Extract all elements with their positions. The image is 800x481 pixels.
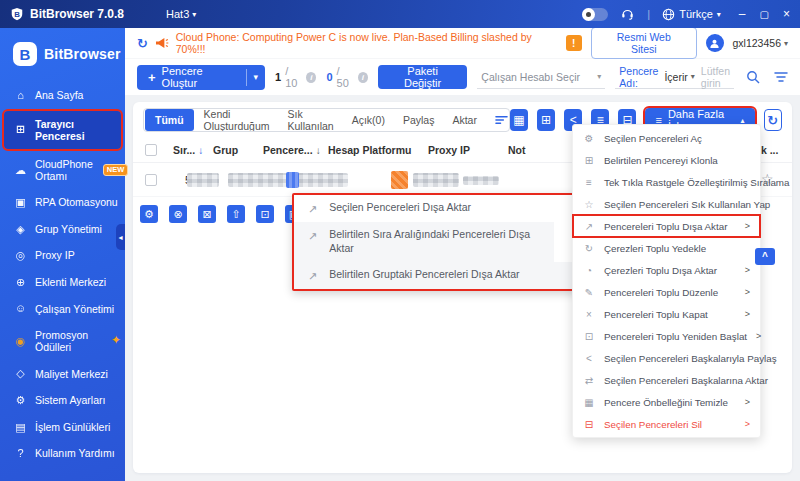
menu-item-label: Seçilen Pencereleri Dışa Aktar xyxy=(329,201,471,215)
sidebar-item-rpa[interactable]: ▣ RPA Otomasyonu xyxy=(0,189,125,216)
filter-icon[interactable] xyxy=(774,71,788,83)
menu-item-random-sort[interactable]: ≡ Tek Tıkla Rastgele Özelleştirilmiş Sır… xyxy=(573,171,760,193)
minimize-button[interactable]: – xyxy=(739,7,746,21)
window-name-input[interactable]: Lütfen girin xyxy=(701,65,730,89)
search-icon[interactable] xyxy=(746,70,760,84)
row-checkbox[interactable] xyxy=(145,174,157,186)
batch-close-button[interactable]: ⊗ xyxy=(169,205,187,223)
menu-item-batch-export[interactable]: ↗ Pencereleri Toplu Dışa Aktar > xyxy=(573,215,760,237)
batch-restart-button[interactable]: ⊡ xyxy=(256,205,274,223)
tab-created-by-me[interactable]: Kendi Oluşturduğum xyxy=(195,109,279,131)
quota-value: 1 xyxy=(275,71,281,83)
sidebar-item-browser-windows[interactable]: ⊞ Tarayıcı Penceresi xyxy=(4,111,121,149)
share-icon: < xyxy=(583,353,595,364)
official-site-button[interactable]: Resmi Web Sitesi xyxy=(591,27,697,59)
channel-selector[interactable]: Hat3 ▾ xyxy=(166,8,196,20)
col-index: Sır... xyxy=(173,144,195,156)
sidebar-item-label: CloudPhone Ortamı xyxy=(35,158,93,182)
menu-item-delete-selected[interactable]: ⊟ Seçilen Pencereleri Sil > xyxy=(573,413,760,435)
sidebar-item-logs[interactable]: ▤ İşlem Günlükleri xyxy=(0,414,125,441)
sidebar-item-home[interactable]: ⌂ Ana Sayfa xyxy=(0,82,125,109)
clock-icon: ◔ xyxy=(583,265,595,276)
close-button[interactable]: × xyxy=(783,7,790,21)
menu-item-batch-edit[interactable]: ✎ Pencereleri Toplu Düzenle > xyxy=(573,281,760,303)
sidebar-item-plugins[interactable]: ⊕ Eklenti Merkezi xyxy=(0,269,125,296)
sidebar-item-label: Çalışan Yönetimi xyxy=(35,303,114,315)
warning-badge[interactable]: ! xyxy=(566,35,582,51)
sidebar-item-help[interactable]: ? Kullanım Yardımı xyxy=(0,440,125,467)
create-window-dropdown[interactable]: ▾ xyxy=(247,65,266,90)
username-menu[interactable]: gxl123456 ▾ xyxy=(733,37,788,49)
create-window-button[interactable]: + Pencere Oluştur xyxy=(137,65,246,90)
clone-window-button[interactable]: ⊞ xyxy=(537,109,555,131)
menu-item-backup-cookies[interactable]: ↻ Çerezleri Toplu Yedekle xyxy=(573,237,760,259)
sort-desc-icon[interactable]: ↓ xyxy=(198,145,203,156)
batch-close-window-button[interactable]: ⊠ xyxy=(198,205,216,223)
tab-open[interactable]: Açık(0) xyxy=(343,109,394,131)
backup-icon: ↻ xyxy=(583,243,595,254)
tab-shared[interactable]: Paylaş xyxy=(394,109,444,131)
sort-icon[interactable]: ↓ xyxy=(316,145,321,156)
collapse-panel-button[interactable]: ^ xyxy=(755,248,775,265)
user-avatar[interactable] xyxy=(706,34,724,52)
batch-export-button[interactable]: ⇧ xyxy=(227,205,245,223)
theme-toggle[interactable] xyxy=(582,8,608,21)
tab-favorites[interactable]: Sık Kullanılan xyxy=(279,109,343,131)
refresh-list-button[interactable]: ↻ xyxy=(764,109,782,131)
sidebar-item-label: RPA Otomasyonu xyxy=(35,196,118,208)
col-proxy: Proxy IP xyxy=(428,144,508,156)
menu-item-transfer-selected[interactable]: ⇄ Seçilen Pencereleri Başkalarına Aktar xyxy=(573,369,760,391)
sidebar-item-promotions[interactable]: ◉ Promosyon Ödülleri ✦ xyxy=(0,322,125,360)
match-mode-select[interactable]: İçerir ▾ xyxy=(664,71,694,83)
promo-coin-icon: ◉ xyxy=(14,335,27,348)
sidebar-item-label: Eklenti Merkezi xyxy=(35,276,106,288)
menu-item-export-range[interactable]: ↗ Belirtilen Sıra Aralığındaki Pencerele… xyxy=(294,222,554,261)
window-icon: ⊡ xyxy=(583,331,595,342)
sidebar-nav: ⌂ Ana Sayfa ⊞ Tarayıcı Penceresi ☁ Cloud… xyxy=(0,82,125,467)
menu-item-favorite-selected[interactable]: ☆ Seçilen Pencereleri Sık Kullanılan Yap xyxy=(573,193,760,215)
menu-item-batch-close[interactable]: × Pencereleri Toplu Kapat > xyxy=(573,303,760,325)
chevron-down-icon: ▾ xyxy=(784,39,788,48)
open-windows-quota: 1 / 10 i xyxy=(275,65,316,89)
sidebar-item-cloudphone[interactable]: ☁ CloudPhone Ortamı NEW xyxy=(0,151,125,189)
sidebar-item-label: Promosyon Ödülleri xyxy=(35,329,97,353)
batch-open-button[interactable]: ⚙ xyxy=(140,205,158,223)
window-list-card: Tümü Kendi Oluşturduğum Sık Kullanılan A… xyxy=(133,102,792,473)
window-name-label: Pencere Adı: xyxy=(619,65,658,89)
grid-view-button[interactable]: ▦ xyxy=(510,109,528,131)
sidebar-item-label: Proxy IP xyxy=(35,249,75,261)
sidebar-collapse-button[interactable]: ◂ xyxy=(116,224,125,250)
menu-item-batch-restart[interactable]: ⊡ Pencereleri Toplu Yeniden Başlat > xyxy=(573,325,760,347)
menu-item-export-group[interactable]: ↗ Belirtilen Gruptaki Pencereleri Dışa A… xyxy=(294,262,577,289)
notification-bar: ↻ Cloud Phone: Computing Power C is now … xyxy=(125,28,800,58)
support-headset-icon[interactable] xyxy=(620,7,635,21)
info-icon[interactable]: i xyxy=(306,72,316,83)
menu-item-share-selected[interactable]: < Seçilen Pencereleri Başkalarıyla Payla… xyxy=(573,347,760,369)
submenu-arrow-icon: > xyxy=(745,309,750,319)
menu-item-export-selected[interactable]: ↗ Seçilen Pencereleri Dışa Aktar xyxy=(294,195,577,222)
export-icon: ↗ xyxy=(308,269,317,283)
menu-item-clone-window[interactable]: ⊞ Belirtilen Pencereyi Klonla xyxy=(573,149,760,171)
gear-icon: ⚙ xyxy=(14,394,27,407)
staff-icon: ☺ xyxy=(14,302,27,315)
tab-transferred[interactable]: Aktar xyxy=(443,109,486,131)
menu-item-export-cookies[interactable]: ◔ Çerezleri Toplu Dışa Aktar > xyxy=(573,259,760,281)
select-all-checkbox[interactable] xyxy=(145,144,157,156)
sidebar-item-groups[interactable]: ◈ Grup Yönetimi xyxy=(0,216,125,243)
sidebar-item-cost-center[interactable]: ◇ Maliyet Merkezi xyxy=(0,360,125,387)
info-icon[interactable]: i xyxy=(358,72,368,83)
sidebar-item-staff[interactable]: ☺ Çalışan Yönetimi xyxy=(0,295,125,322)
menu-item-label: Pencere Önbelleğini Temizle xyxy=(604,397,728,408)
language-selector[interactable]: Türkçe ▾ xyxy=(662,8,721,21)
refresh-icon[interactable]: ↻ xyxy=(137,36,148,51)
change-package-button[interactable]: Paketi Değiştir xyxy=(378,65,467,89)
menu-item-clear-cache[interactable]: ▦ Pencere Önbelleğini Temizle > xyxy=(573,391,760,413)
menu-item-open-selected[interactable]: ⚙ Seçilen Pencereleri Aç xyxy=(573,127,760,149)
maximize-button[interactable]: ▢ xyxy=(760,9,769,20)
tab-all[interactable]: Tümü xyxy=(145,109,194,131)
sidebar-item-label: İşlem Günlükleri xyxy=(35,421,110,433)
sidebar-item-settings[interactable]: ⚙ Sistem Ayarları xyxy=(0,387,125,414)
sidebar-item-proxy[interactable]: ◎ Proxy IP xyxy=(0,242,125,269)
tab-sort-button[interactable] xyxy=(486,115,510,125)
employee-account-select[interactable]: Çalışan Hesabı Seçir ▾ xyxy=(477,65,605,89)
